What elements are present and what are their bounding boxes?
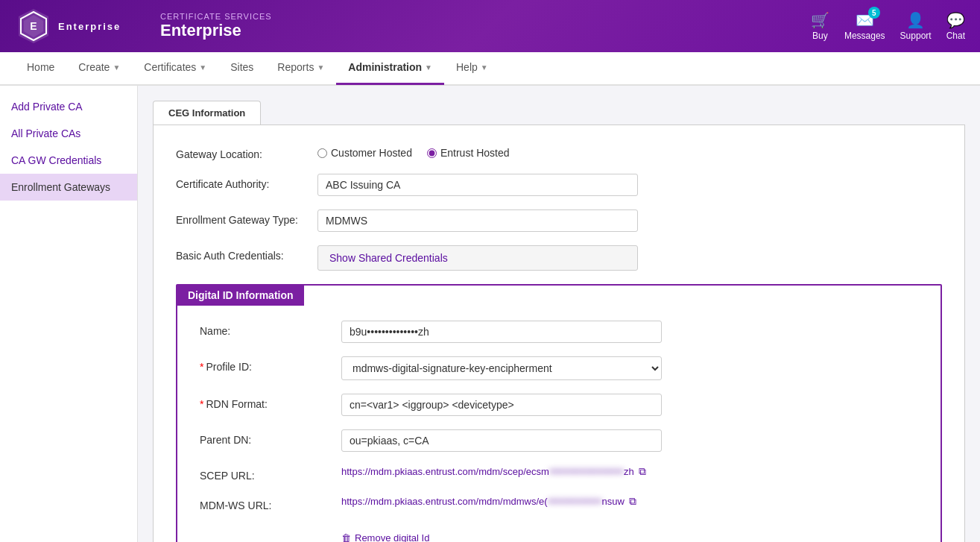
name-control — [341, 321, 918, 343]
chat-label: Chat — [946, 31, 965, 41]
nav-create[interactable]: Create ▼ — [66, 51, 132, 85]
header-actions: 🛒 Buy ✉️ 5 Messages 👤 Support 💬 Chat — [811, 11, 965, 41]
basic-auth-row: Basic Auth Credentials: Show Shared Cred… — [176, 245, 942, 271]
mdm-ws-url-label: MDM-WS URL: — [200, 495, 341, 511]
nav-sites[interactable]: Sites — [218, 51, 265, 85]
mdm-ws-url-link[interactable]: https://mdm.pkiaas.entrust.com/mdm/mdmws… — [341, 496, 625, 507]
nav-reports[interactable]: Reports ▼ — [265, 51, 336, 85]
nav-administration-arrow: ▼ — [425, 63, 432, 72]
remove-digital-id-row: 🗑 Remove digital Id — [200, 525, 918, 542]
nav-reports-label: Reports — [277, 61, 314, 73]
scep-url-suffix: zh — [624, 466, 634, 477]
nav-administration-label: Administration — [348, 61, 422, 73]
nav-home-label: Home — [27, 61, 54, 73]
scep-url-copy-icon[interactable]: ⧉ — [639, 465, 646, 478]
tab-bar: CEG Information — [153, 101, 965, 125]
profile-id-label: * Profile ID: — [200, 356, 341, 373]
certificate-authority-row: Certificate Authority: — [176, 174, 942, 196]
messages-label: Messages — [844, 31, 885, 41]
scep-url-row: SCEP URL: https://mdm.pkiaas.entrust.com… — [200, 465, 918, 482]
entrust-logo-text: Enterprise — [58, 21, 121, 32]
customer-hosted-option[interactable]: Customer Hosted — [317, 147, 412, 159]
header-title: Enterprise — [160, 21, 811, 40]
nav-help-arrow: ▼ — [481, 63, 488, 72]
certificate-authority-label: Certificate Authority: — [176, 174, 317, 190]
nav-certificates-label: Certificates — [144, 61, 196, 73]
remove-digital-id-link[interactable]: 🗑 Remove digital Id — [341, 532, 918, 542]
show-shared-credentials-button[interactable]: Show Shared Credentials — [317, 245, 638, 271]
messages-icon: ✉️ 5 — [856, 11, 874, 29]
gateway-location-row: Gateway Location: Customer Hosted Entrus… — [176, 144, 942, 160]
nav-administration[interactable]: Administration ▼ — [336, 51, 444, 85]
sidebar-item-add-private-ca[interactable]: Add Private CA — [0, 93, 137, 120]
messages-badge: 5 — [868, 7, 880, 19]
name-row: Name: — [200, 321, 918, 343]
rdn-format-label: * RDN Format: — [200, 394, 341, 410]
gateway-location-control: Customer Hosted Entrust Hosted — [317, 144, 942, 159]
profile-id-required-star: * — [200, 361, 203, 373]
sidebar: Add Private CA All Private CAs CA GW Cre… — [0, 86, 138, 542]
gateway-location-label: Gateway Location: — [176, 144, 317, 160]
svg-text:E: E — [30, 20, 37, 32]
sidebar-item-enrollment-gateways[interactable]: Enrollment Gateways — [0, 174, 137, 201]
tab-ceg-information[interactable]: CEG Information — [153, 101, 261, 125]
nav-certificates[interactable]: Certificates ▼ — [132, 51, 218, 85]
sidebar-enrollment-gateways-label: Enrollment Gateways — [11, 181, 110, 193]
buy-label: Buy — [812, 31, 828, 41]
entrust-hosted-label: Entrust Hosted — [440, 147, 510, 159]
certificate-authority-input[interactable] — [317, 174, 638, 196]
parent-dn-control — [341, 429, 918, 452]
show-shared-credentials-label: Show Shared Credentials — [329, 252, 448, 264]
parent-dn-input[interactable] — [341, 429, 662, 452]
nav-help[interactable]: Help ▼ — [444, 51, 500, 85]
sidebar-add-private-ca-label: Add Private CA — [11, 101, 83, 113]
mdm-ws-url-blurred: •••••••••••••••• — [548, 496, 602, 507]
enrollment-gateway-type-label: Enrollment Gateway Type: — [176, 209, 317, 226]
parent-dn-label: Parent DN: — [200, 429, 341, 446]
scep-url-link[interactable]: https://mdm.pkiaas.entrust.com/mdm/scep/… — [341, 466, 634, 477]
header-center: CERTIFICATE SERVICES Enterprise — [153, 12, 811, 40]
sidebar-item-ca-gw-credentials[interactable]: CA GW Credentials — [0, 147, 137, 174]
scep-url-blurred: •••••••••••••••••••••• — [549, 466, 624, 477]
scep-url-label: SCEP URL: — [200, 465, 341, 482]
enrollment-gateway-type-input[interactable] — [317, 209, 638, 232]
sidebar-item-all-private-cas[interactable]: All Private CAs — [0, 120, 137, 147]
logo: E Enterprise — [15, 7, 153, 45]
certificate-authority-control — [317, 174, 942, 196]
sidebar-all-private-cas-label: All Private CAs — [11, 127, 80, 139]
header: E Enterprise CERTIFICATE SERVICES Enterp… — [0, 0, 980, 52]
messages-action[interactable]: ✉️ 5 Messages — [844, 11, 885, 41]
mdm-ws-url-copy-icon[interactable]: ⧉ — [629, 495, 636, 508]
scep-url-value-row: https://mdm.pkiaas.entrust.com/mdm/scep/… — [341, 465, 918, 478]
chat-icon: 💬 — [946, 11, 965, 29]
trash-icon: 🗑 — [341, 532, 351, 542]
tab-ceg-label: CEG Information — [168, 107, 245, 119]
name-input[interactable] — [341, 321, 662, 343]
rdn-format-required-star: * — [200, 398, 203, 410]
nav-home[interactable]: Home — [15, 51, 66, 85]
entrust-hosted-radio[interactable] — [427, 148, 437, 158]
nav-reports-arrow: ▼ — [317, 63, 324, 72]
content-area: CEG Information Gateway Location: Custom… — [138, 86, 980, 542]
customer-hosted-radio[interactable] — [317, 148, 327, 158]
support-icon: 👤 — [906, 11, 925, 29]
entrust-hosted-option[interactable]: Entrust Hosted — [427, 147, 510, 159]
buy-action[interactable]: 🛒 Buy — [811, 11, 829, 41]
mdm-ws-url-prefix: https://mdm.pkiaas.entrust.com/mdm/mdmws… — [341, 496, 548, 507]
digital-id-header: Digital ID Information — [177, 285, 304, 306]
chat-action[interactable]: 💬 Chat — [946, 11, 965, 41]
scep-url-prefix: https://mdm.pkiaas.entrust.com/mdm/scep/… — [341, 466, 549, 477]
support-action[interactable]: 👤 Support — [900, 11, 932, 41]
basic-auth-control: Show Shared Credentials — [317, 245, 942, 271]
remove-digital-id-control: 🗑 Remove digital Id — [341, 525, 918, 542]
profile-id-control: mdmws-digital-signature-key-encipherment — [341, 356, 918, 380]
nav-certificates-arrow: ▼ — [199, 63, 206, 72]
scep-url-control: https://mdm.pkiaas.entrust.com/mdm/scep/… — [341, 465, 918, 478]
nav-create-label: Create — [78, 61, 110, 73]
mdm-ws-url-value-row: https://mdm.pkiaas.entrust.com/mdm/mdmws… — [341, 495, 918, 508]
navigation: Home Create ▼ Certificates ▼ Sites Repor… — [0, 52, 980, 86]
rdn-format-input[interactable] — [341, 394, 662, 416]
form-panel: Gateway Location: Customer Hosted Entrus… — [153, 125, 965, 542]
profile-id-select[interactable]: mdmws-digital-signature-key-encipherment — [341, 356, 662, 380]
nav-create-arrow: ▼ — [113, 63, 120, 72]
